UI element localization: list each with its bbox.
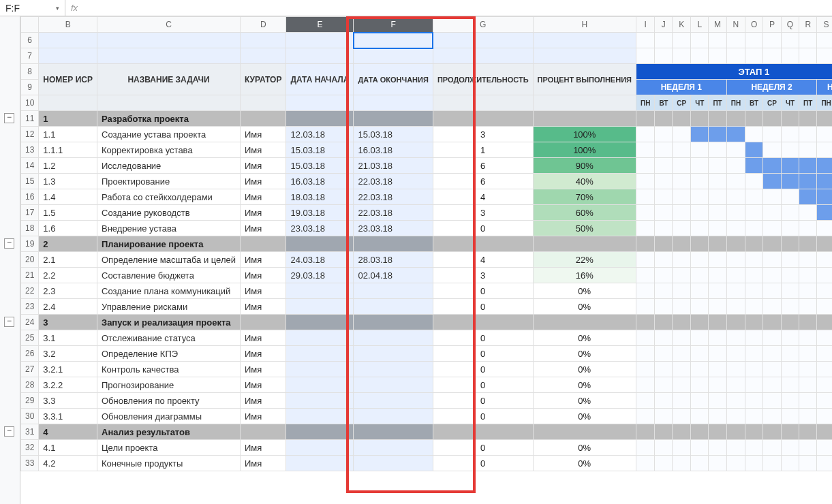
cell-B10[interactable] (39, 95, 97, 111)
gantt-15-5[interactable] (726, 174, 745, 189)
gantt-11-6[interactable] (745, 111, 763, 127)
task-duration[interactable]: 1 (433, 142, 533, 158)
cell-D7[interactable] (240, 48, 286, 64)
row-header-17[interactable]: 17 (21, 205, 39, 221)
gantt-28-7[interactable] (763, 377, 782, 393)
section-num[interactable]: 3 (39, 315, 97, 330)
task-end[interactable] (354, 346, 433, 362)
gantt-26-8[interactable] (781, 346, 799, 362)
cell-R7[interactable] (799, 48, 817, 64)
cell-B7[interactable] (39, 48, 97, 64)
col-header-F[interactable]: F (354, 17, 433, 33)
gantt-18-4[interactable] (709, 221, 726, 236)
section-num[interactable]: 1 (39, 111, 97, 127)
task-pct[interactable]: 90% (533, 158, 636, 174)
gantt-17-7[interactable] (763, 205, 782, 221)
gantt-31-7[interactable] (763, 424, 782, 440)
gantt-19-4[interactable] (709, 236, 726, 252)
col-header-R[interactable]: R (799, 17, 817, 33)
task-end[interactable] (354, 456, 433, 471)
cell-F6[interactable] (354, 33, 433, 48)
row-header-8[interactable]: 8 (21, 64, 39, 80)
gantt-30-5[interactable] (726, 409, 745, 424)
task-end[interactable]: 22.03.18 (354, 189, 433, 205)
gantt-22-4[interactable] (709, 283, 726, 299)
gantt-14-2[interactable] (673, 158, 691, 174)
gantt-15-8[interactable] (781, 174, 799, 189)
task-duration[interactable]: 0 (433, 346, 533, 362)
gantt-33-6[interactable] (745, 456, 763, 471)
gantt-32-3[interactable] (691, 440, 709, 456)
col-header-N[interactable]: N (726, 17, 745, 33)
cell-F24[interactable] (354, 315, 433, 330)
task-num[interactable]: 3.1 (39, 330, 97, 346)
gantt-14-7[interactable] (763, 158, 782, 174)
gantt-28-9[interactable] (799, 377, 817, 393)
gantt-23-1[interactable] (655, 299, 673, 315)
task-duration[interactable]: 0 (433, 362, 533, 377)
gantt-23-0[interactable] (636, 299, 654, 315)
task-pct[interactable]: 0% (533, 362, 636, 377)
gantt-29-9[interactable] (799, 393, 817, 409)
gantt-15-3[interactable] (691, 174, 709, 189)
task-end[interactable] (354, 362, 433, 377)
task-owner[interactable]: Имя (240, 362, 286, 377)
gantt-13-3[interactable] (691, 142, 709, 158)
task-owner[interactable]: Имя (240, 268, 286, 283)
cell-E24[interactable] (286, 315, 354, 330)
gantt-17-8[interactable] (781, 205, 799, 221)
task-start[interactable]: 12.03.18 (286, 127, 354, 142)
task-owner[interactable]: Имя (240, 221, 286, 236)
task-pct[interactable]: 70% (533, 189, 636, 205)
col-header-P[interactable]: P (763, 17, 782, 33)
name-box[interactable]: F:F ▾ (0, 0, 65, 16)
task-owner[interactable]: Имя (240, 409, 286, 424)
gantt-19-5[interactable] (726, 236, 745, 252)
gantt-20-10[interactable] (817, 252, 832, 268)
gantt-27-10[interactable] (817, 362, 832, 377)
task-pct[interactable]: 0% (533, 330, 636, 346)
task-owner[interactable]: Имя (240, 252, 286, 268)
cell-L6[interactable] (691, 33, 709, 48)
row-header-9[interactable]: 9 (21, 80, 39, 95)
gantt-29-8[interactable] (781, 393, 799, 409)
cell-E31[interactable] (286, 424, 354, 440)
task-end[interactable] (354, 377, 433, 393)
gantt-22-10[interactable] (817, 283, 832, 299)
task-start[interactable]: 24.03.18 (286, 252, 354, 268)
row-header-20[interactable]: 20 (21, 252, 39, 268)
gantt-29-6[interactable] (745, 393, 763, 409)
task-duration[interactable]: 0 (433, 393, 533, 409)
cell-N6[interactable] (726, 33, 745, 48)
gantt-26-9[interactable] (799, 346, 817, 362)
gantt-12-3[interactable] (691, 127, 709, 142)
cell-G6[interactable] (433, 33, 533, 48)
gantt-33-1[interactable] (655, 456, 673, 471)
gantt-14-5[interactable] (726, 158, 745, 174)
gantt-25-3[interactable] (691, 330, 709, 346)
gantt-13-8[interactable] (781, 142, 799, 158)
task-owner[interactable]: Имя (240, 189, 286, 205)
cell-F11[interactable] (354, 111, 433, 127)
task-duration[interactable]: 0 (433, 283, 533, 299)
task-owner[interactable]: Имя (240, 283, 286, 299)
gantt-16-10[interactable] (817, 189, 832, 205)
gantt-24-0[interactable] (636, 315, 654, 330)
row-header-30[interactable]: 30 (21, 409, 39, 424)
task-end[interactable] (354, 393, 433, 409)
gantt-18-9[interactable] (799, 221, 817, 236)
gantt-29-0[interactable] (636, 393, 654, 409)
gantt-22-7[interactable] (763, 283, 782, 299)
task-num[interactable]: 1.1.1 (39, 142, 97, 158)
row-header-32[interactable]: 32 (21, 440, 39, 456)
gantt-19-7[interactable] (763, 236, 782, 252)
cell-N7[interactable] (726, 48, 745, 64)
task-start[interactable]: 16.03.18 (286, 174, 354, 189)
gantt-22-5[interactable] (726, 283, 745, 299)
gantt-23-3[interactable] (691, 299, 709, 315)
task-name[interactable]: Исследование (97, 158, 241, 174)
cell-H11[interactable] (533, 111, 636, 127)
gantt-18-10[interactable] (817, 221, 832, 236)
gantt-13-4[interactable] (709, 142, 726, 158)
cell-S6[interactable] (817, 33, 832, 48)
